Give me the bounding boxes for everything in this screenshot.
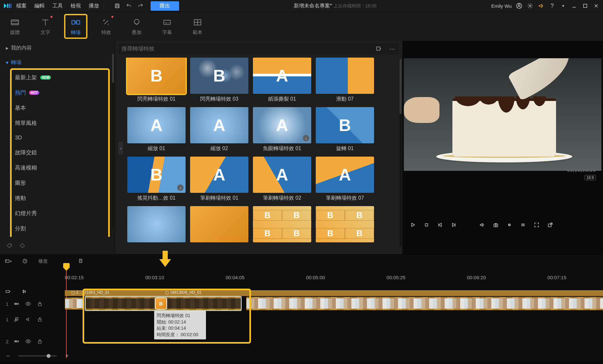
collapse-sidebar-button[interactable]: ‹ [118, 142, 123, 155]
sidebar-item[interactable]: 最新上架NEW [12, 70, 108, 85]
stop-icon[interactable] [423, 221, 430, 228]
more-icon[interactable]: ⋯ [389, 45, 396, 52]
sidebar-item[interactable]: 捲動 [12, 191, 108, 206]
sidebar-item[interactable]: 高速模糊 [12, 160, 108, 175]
popout-icon[interactable] [547, 221, 554, 228]
transition-thumbnail[interactable]: A筆刷轉場特效 07 [316, 157, 374, 202]
tool-template[interactable]: 範本 [187, 15, 208, 38]
clip-thumbnail[interactable] [65, 297, 84, 310]
zoom-out-icon[interactable]: − [5, 352, 12, 359]
tool-media[interactable]: 媒體 [5, 15, 25, 38]
transition-thumbnail[interactable]: A縮放 01 [127, 107, 186, 152]
gallery-scrollbar[interactable] [400, 59, 402, 247]
menu-edit[interactable]: 編輯 [34, 1, 45, 11]
app-logo[interactable] [3, 3, 12, 9]
svg-marker-68 [17, 340, 19, 343]
transition-thumbnail[interactable]: B閃亮轉場特效 01 [127, 58, 186, 103]
sidebar-item[interactable]: 熱門HOT [12, 85, 108, 100]
export-button[interactable]: 匯出 [151, 1, 179, 11]
announce-icon[interactable] [538, 2, 545, 9]
transition-thumbnail[interactable]: A筆刷轉場特效 01 [190, 157, 248, 202]
help-icon[interactable]: ? [549, 2, 556, 9]
timeline-aspect-icon[interactable]: ▾ [5, 258, 12, 265]
transition-thumbnail[interactable]: 滑動 07 [316, 58, 374, 103]
close-icon[interactable] [593, 2, 600, 9]
chevron-down-icon[interactable]: ▾ [560, 2, 567, 9]
sidebar-item[interactable]: 圖形 [12, 175, 108, 191]
transition-thumbnail[interactable]: A筆刷轉場特效 02 [253, 157, 311, 202]
prev-frame-icon[interactable] [437, 221, 444, 228]
user-avatar-icon[interactable] [516, 2, 523, 9]
sidebar-item[interactable]: 分割 [12, 221, 108, 236]
import-icon[interactable] [375, 45, 382, 52]
sidebar-item[interactable]: 3D [12, 131, 108, 145]
preview-viewport[interactable] [404, 58, 601, 171]
minimize-icon[interactable] [571, 2, 578, 9]
transition-thumbnail[interactable]: B旋轉 01 [316, 107, 374, 152]
transition-block[interactable]: B [155, 298, 166, 309]
quality-icon[interactable] [506, 221, 513, 228]
play-icon[interactable] [409, 221, 416, 228]
download-icon[interactable]: ↓ [177, 184, 184, 191]
transition-thumbnail[interactable] [190, 206, 248, 244]
list-icon[interactable] [519, 221, 527, 228]
mute-icon[interactable] [25, 316, 32, 323]
redo-icon[interactable] [137, 2, 144, 9]
timeline-marker-icon[interactable] [77, 258, 84, 265]
transition-thumbnail[interactable]: B↓搖晃抖動…效 01 [127, 157, 186, 202]
menu-tools[interactable]: 工具 [52, 1, 63, 11]
maximize-icon[interactable] [582, 2, 589, 9]
lock-icon[interactable] [36, 300, 43, 307]
sidebar-item[interactable]: 幻燈片秀 [12, 206, 108, 221]
track-header-v2[interactable]: 2 [0, 334, 65, 349]
download-icon[interactable]: ↓ [303, 135, 309, 141]
tag-icon[interactable] [19, 242, 26, 249]
aspect-ratio-button[interactable]: 16:9 [585, 175, 596, 180]
tool-effects[interactable]: 特效 [96, 15, 117, 38]
volume-icon[interactable] [479, 221, 486, 228]
sidebar-category[interactable]: ▾轉場 [0, 55, 113, 70]
sidebar-scrollbar[interactable] [112, 54, 114, 228]
sidebar-item[interactable]: 故障交錯 [12, 145, 108, 160]
tool-text[interactable]: 文字 [35, 15, 56, 38]
timeline-ruler[interactable]: 00:02:1500:03:1000:04:0500:05:0000:05:25… [0, 268, 603, 287]
sidebar-item[interactable]: 基本 [12, 100, 108, 116]
zoom-slider[interactable] [18, 355, 57, 357]
tool-transition[interactable]: 轉場 [65, 15, 86, 38]
timeline-modify-button[interactable]: 修改 [38, 258, 48, 264]
visibility-icon[interactable] [25, 300, 32, 307]
fullscreen-icon[interactable] [533, 221, 540, 228]
tool-overlay[interactable]: 疊加 [126, 15, 147, 38]
track-header-a1[interactable]: 1 [0, 312, 65, 327]
timeline-ripple-icon[interactable] [21, 288, 28, 295]
next-frame-icon[interactable] [450, 221, 457, 228]
transition-thumbnail[interactable]: A↓魚眼轉場特效 01 [253, 107, 311, 152]
transition-thumbnail[interactable] [127, 206, 186, 244]
visibility-icon[interactable] [25, 338, 32, 345]
transition-thumbnail[interactable]: A紙張撕裂 01 [253, 58, 311, 103]
transition-thumbnail[interactable]: A縮放 02 [190, 107, 248, 152]
undo-icon[interactable] [125, 2, 132, 9]
sidebar-mycontent[interactable]: ▸我的內容 [0, 41, 113, 55]
settings-icon[interactable] [527, 2, 534, 9]
transition-thumbnail[interactable]: B閃亮轉場特效 03 [190, 58, 248, 103]
transition-thumbnail[interactable]: BBBB [253, 206, 311, 244]
lock-icon[interactable] [36, 338, 43, 345]
sidebar-item[interactable]: 簡單風格 [12, 116, 108, 131]
clip[interactable] [246, 297, 603, 310]
search-input[interactable] [121, 46, 372, 52]
tag-add-icon[interactable] [6, 242, 13, 249]
save-icon[interactable] [114, 2, 121, 9]
timeline-addtrack-icon[interactable] [5, 288, 12, 295]
transition-thumbnail[interactable]: BBBB [316, 206, 374, 244]
timeline-clock-icon[interactable] [21, 258, 28, 265]
menu-view[interactable]: 檢視 [70, 1, 82, 11]
snapshot-icon[interactable] [492, 221, 499, 228]
track-content[interactable]: ▢2…121053_HD_01 ▢18813926_HD_01 B 閃亮轉場特效… [65, 296, 603, 351]
menu-play[interactable]: 播放 [88, 1, 100, 11]
tool-subtitle[interactable]: 字幕 [157, 15, 177, 38]
zoom-in-icon[interactable]: + [63, 352, 71, 359]
lock-icon[interactable] [36, 316, 43, 323]
track-header-v1[interactable]: 1 [0, 296, 65, 312]
menu-file[interactable]: 檔案 [16, 1, 27, 11]
